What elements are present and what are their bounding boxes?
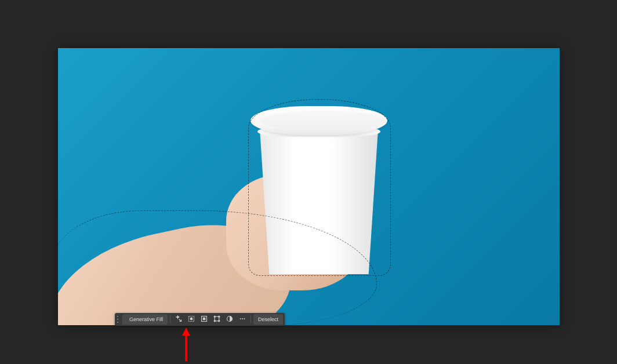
adjustment-layer-button[interactable] [224, 314, 235, 325]
more-options-button[interactable] [237, 314, 248, 325]
divider [170, 315, 170, 323]
svg-marker-14 [182, 327, 190, 336]
svg-point-10 [240, 318, 241, 319]
svg-point-1 [190, 318, 193, 320]
expand-sparkle-icon [175, 315, 182, 324]
deselect-button[interactable]: Deselect [253, 314, 283, 325]
svg-point-8 [219, 320, 220, 321]
contextual-taskbar: Generative Fill Deselect [115, 313, 285, 326]
transform-icon [213, 315, 220, 324]
svg-point-5 [214, 316, 215, 317]
adjustment-icon [226, 315, 233, 324]
more-icon [239, 315, 246, 324]
remove-background-button[interactable] [198, 314, 210, 325]
generative-fill-button[interactable]: Generative Fill [122, 314, 168, 325]
annotation-arrow [180, 327, 192, 361]
svg-point-7 [214, 320, 215, 321]
remove-background-icon [201, 315, 208, 324]
svg-rect-3 [203, 317, 206, 320]
taskbar-drag-handle[interactable] [117, 315, 121, 324]
deselect-label: Deselect [258, 316, 278, 322]
generative-fill-label: Generative Fill [129, 316, 163, 322]
image-content-cup [255, 106, 383, 274]
svg-point-12 [244, 318, 245, 319]
svg-point-11 [242, 318, 243, 319]
canvas-document[interactable] [58, 48, 560, 325]
generative-expand-button[interactable] [173, 314, 184, 325]
select-subject-button[interactable] [186, 314, 197, 325]
transform-button[interactable] [211, 314, 223, 325]
svg-point-6 [219, 316, 220, 317]
divider [251, 315, 251, 323]
select-subject-icon [188, 315, 195, 324]
